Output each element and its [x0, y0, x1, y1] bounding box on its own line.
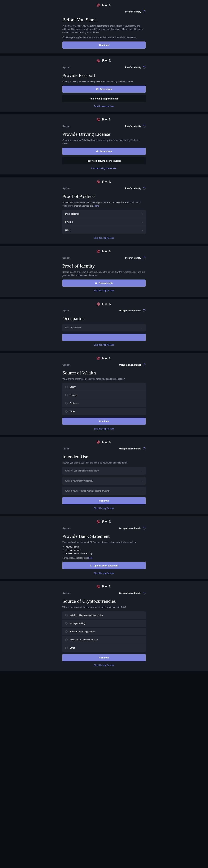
skip-link[interactable]: Provide passport later — [62, 105, 146, 107]
signout-link[interactable]: Sign out — [62, 364, 70, 366]
signout-link[interactable]: Sign out — [62, 257, 70, 259]
radio-icon — [65, 386, 68, 388]
skip-link[interactable]: Skip this step for later — [62, 428, 146, 430]
signout-link[interactable]: Sign out — [62, 125, 70, 127]
step-indicator: Proof of identity — [125, 66, 146, 69]
description: What are the primary sources of the fund… — [62, 377, 146, 381]
radio-icon — [65, 630, 68, 633]
list-item[interactable]: Other› — [62, 226, 146, 234]
brand-text: RAIN — [102, 180, 112, 184]
spinner-icon — [143, 10, 146, 13]
spinner-icon — [143, 364, 146, 366]
spinner-icon — [143, 66, 146, 69]
chevron-right-icon: › — [142, 221, 143, 223]
list-item[interactable]: From other trading platform — [62, 628, 146, 636]
list-item[interactable]: Savings — [62, 391, 146, 399]
skip-link[interactable]: Skip this step for later — [62, 237, 146, 239]
page-title: Proof of Identity — [62, 263, 146, 269]
description: What is the source of the cryptocurrenci… — [62, 606, 146, 609]
spinner-icon — [143, 256, 146, 259]
logo-icon — [96, 249, 100, 253]
logo-icon — [96, 356, 100, 361]
radio-icon — [65, 614, 68, 616]
continue-button[interactable] — [62, 334, 146, 341]
check-icon: ✓ — [62, 552, 64, 555]
description: Once you have your passport ready, take … — [62, 80, 146, 83]
chevron-right-icon: › — [142, 213, 143, 215]
take-photo-button[interactable]: Take photo — [62, 148, 146, 155]
list-item[interactable]: Other — [62, 408, 146, 415]
continue-button[interactable]: Continue — [62, 654, 146, 661]
skip-link[interactable]: Provide driving license later — [62, 167, 146, 169]
spinner-icon — [143, 187, 146, 190]
logo-icon — [96, 180, 100, 184]
trading-amount-select[interactable]: What is your estimated monthly trading a… — [62, 487, 146, 495]
signout-link[interactable]: Sign out — [62, 592, 70, 594]
list-item[interactable]: Salary — [62, 383, 146, 391]
take-photo-button[interactable]: Take photo — [62, 86, 146, 93]
skip-link[interactable]: Skip this step for later — [62, 572, 146, 575]
skip-link[interactable]: Skip this step for later — [62, 344, 146, 346]
list-item[interactable]: Not depositing any cryptocurrencies — [62, 612, 146, 619]
brand-text: RAIN — [102, 59, 112, 62]
upload-button[interactable]: Upload bank statement — [62, 562, 146, 569]
spinner-icon — [143, 309, 146, 312]
page-title: Provide Driving License — [62, 131, 146, 137]
continue-button[interactable]: Continue — [62, 497, 146, 504]
skip-link[interactable]: Skip this step for later — [62, 507, 146, 509]
logo: RAIN — [0, 249, 208, 253]
brand-text: RAIN — [102, 302, 112, 306]
logo-icon — [96, 302, 100, 306]
brand-text: RAIN — [102, 440, 112, 444]
logo-icon — [96, 440, 100, 444]
list-item[interactable]: Other — [62, 644, 146, 652]
chevron-down-icon: ⌄ — [141, 470, 143, 472]
continue-button[interactable]: Continue — [62, 41, 146, 49]
primary-use-select[interactable]: What will you primarily use Rain for?⌄ — [62, 467, 146, 475]
requirement-item: ✓Your full name — [62, 546, 146, 548]
radio-icon — [65, 410, 68, 413]
page-title: Provide Passport — [62, 72, 146, 78]
page-title: Source of Cryptocurrencies — [62, 598, 146, 604]
description: Continue your application when you are r… — [62, 36, 146, 39]
occupation-select[interactable]: What do you do?⌄ — [62, 324, 146, 332]
signout-link[interactable]: Sign out — [62, 187, 70, 190]
skip-link[interactable]: Skip this step for later — [62, 289, 146, 292]
record-selfie-button[interactable]: Record selfie — [62, 279, 146, 287]
description: Upload a valid document that contains yo… — [62, 201, 146, 208]
continue-button[interactable]: Continue — [62, 418, 146, 425]
help-link[interactable]: here. — [95, 205, 99, 207]
signout-link[interactable]: Sign out — [62, 527, 70, 529]
page-title: Source of Wealth — [62, 370, 146, 376]
radio-icon — [65, 647, 68, 649]
skip-link[interactable]: Skip this step for later — [62, 664, 146, 666]
list-item[interactable]: EWA bill› — [62, 218, 146, 226]
list-item[interactable]: Business — [62, 399, 146, 407]
not-holder-button[interactable]: I am not a driving license holder — [62, 157, 146, 164]
help-link[interactable]: here. — [88, 557, 93, 559]
logo: RAIN — [0, 180, 208, 184]
signout-link[interactable]: Sign out — [62, 66, 70, 69]
brand-text: RAIN — [102, 249, 112, 253]
camera-icon — [96, 88, 99, 90]
page-title: Proof of Address — [62, 193, 146, 199]
logo-icon — [96, 59, 100, 63]
signout-link[interactable]: Sign out — [62, 309, 70, 312]
list-item[interactable]: Mining or forking — [62, 620, 146, 627]
income-select[interactable]: What is your monthly income?⌄ — [62, 477, 146, 485]
list-item[interactable]: Received for goods or services — [62, 636, 146, 644]
step-indicator: Proof of identity — [125, 256, 146, 259]
description: Record a selfie and follow the instructi… — [62, 271, 146, 277]
list-item[interactable]: Driving License› — [62, 210, 146, 218]
not-holder-button[interactable]: I am not a passport holder — [62, 95, 146, 102]
page-title: Provide Bank Statement — [62, 533, 146, 539]
description: In the next few steps, you will submit d… — [62, 24, 146, 34]
brand-text: RAIN — [102, 3, 112, 7]
radio-icon — [65, 394, 68, 396]
chevron-down-icon: ⌄ — [141, 490, 143, 492]
requirement-item: ✓Account number — [62, 549, 146, 551]
signout-link[interactable]: Sign out — [62, 447, 70, 450]
page-title: Before You Start... — [62, 17, 146, 23]
check-icon: ✓ — [62, 549, 64, 551]
step-indicator: Proof of identity — [125, 125, 146, 128]
